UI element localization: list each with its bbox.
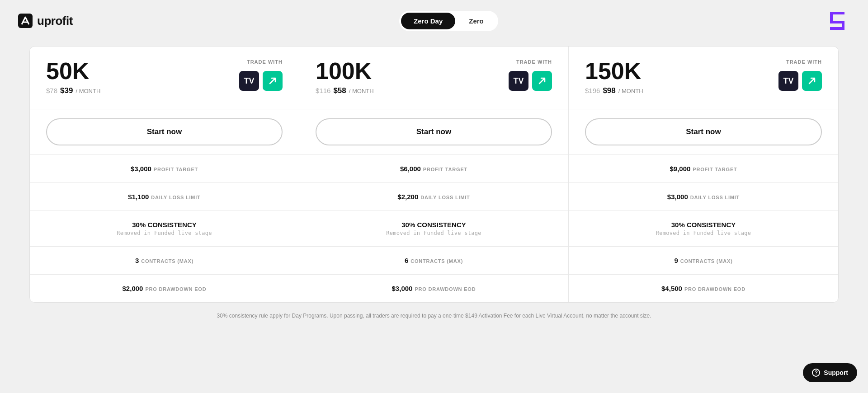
daily-loss-label-150k: DAILY LOSS LIMIT — [690, 195, 740, 200]
profit-target-value-150k: $9,000 — [670, 165, 690, 173]
tab-zero-day[interactable]: Zero Day — [401, 13, 455, 29]
contracts-cell-50k: 3 CONTRACTS (MAX) — [30, 247, 299, 274]
consistency-cell-150k: 30% CONSISTENCY Removed in Funded live s… — [569, 211, 838, 246]
contracts-label-100k: CONTRACTS (MAX) — [410, 258, 463, 264]
drawdown-cell-100k: $3,000 PRO DRAWDOWN EOD — [299, 275, 569, 302]
profit-target-value-100k: $6,000 — [400, 165, 421, 173]
drawdown-value-100k: $3,000 — [392, 285, 413, 292]
start-now-btn-100k[interactable]: Start now — [316, 118, 552, 145]
drawdown-label-100k: PRO DRAWDOWN EOD — [415, 286, 476, 292]
drawdown-row: $2,000 PRO DRAWDOWN EOD $3,000 PRO DRAWD… — [30, 275, 838, 302]
contracts-value-50k: 3 — [135, 257, 139, 264]
daily-loss-value-50k: $1,100 — [128, 193, 149, 201]
consistency-cell-100k: 30% CONSISTENCY Removed in Funded live s… — [299, 211, 569, 246]
start-now-btn-50k[interactable]: Start now — [46, 118, 283, 145]
contracts-label-50k: CONTRACTS (MAX) — [141, 258, 193, 264]
drawdown-cell-150k: $4,500 PRO DRAWDOWN EOD — [569, 275, 838, 302]
brand-name: uprofit — [37, 14, 73, 28]
price-period-150k: / MONTH — [618, 88, 643, 94]
daily-loss-value-150k: $3,000 — [667, 193, 688, 201]
plan-size-150k: 150K — [585, 59, 643, 83]
plan-header-100k: 100K $116 $58 / MONTH TRADE WITH TV — [299, 47, 569, 109]
tab-zero[interactable]: Zero — [456, 13, 496, 29]
drawdown-value-50k: $2,000 — [123, 285, 143, 292]
plan-btn-cell-100k: Start now — [299, 109, 569, 154]
contracts-value-100k: 6 — [405, 257, 408, 264]
main-content: 50K $78 $39 / MONTH TRADE WITH TV — [0, 42, 868, 307]
price-period-100k: / MONTH — [349, 88, 374, 94]
profit-target-label-50k: PROFIT TARGET — [154, 167, 198, 172]
consistency-sub-100k: Removed in Funded live stage — [386, 230, 481, 236]
support-label: Support — [824, 369, 848, 376]
plan-size-100k: 100K — [316, 59, 374, 83]
drawdown-value-150k: $4,500 — [661, 285, 682, 292]
plans-btn-row: Start now Start now Start now — [30, 109, 838, 155]
consistency-value-50k: 30% CONSISTENCY — [132, 221, 197, 229]
price-original-150k: $196 — [585, 87, 600, 94]
profit-target-cell-150k: $9,000 PROFIT TARGET — [569, 155, 838, 182]
price-period-50k: / MONTH — [75, 88, 100, 94]
corner-brand-icon — [825, 8, 850, 33]
support-circle-icon: ? — [812, 369, 820, 377]
trade-with-label-150k: TRADE WITH — [786, 59, 822, 65]
platform-green-100k — [532, 71, 552, 91]
plan-header-50k: 50K $78 $39 / MONTH TRADE WITH TV — [30, 47, 299, 109]
consistency-row: 30% CONSISTENCY Removed in Funded live s… — [30, 211, 838, 247]
daily-loss-cell-50k: $1,100 DAILY LOSS LIMIT — [30, 183, 299, 211]
header: uprofit Zero Day Zero — [0, 0, 868, 42]
platform-green-50k — [263, 71, 283, 91]
daily-loss-cell-150k: $3,000 DAILY LOSS LIMIT — [569, 183, 838, 211]
trade-with-label-50k: TRADE WITH — [247, 59, 283, 65]
drawdown-label-150k: PRO DRAWDOWN EOD — [684, 286, 745, 292]
plan-btn-cell-150k: Start now — [569, 109, 838, 154]
platform-tv-100k: TV — [509, 71, 528, 91]
drawdown-label-50k: PRO DRAWDOWN EOD — [145, 286, 206, 292]
daily-loss-label-50k: DAILY LOSS LIMIT — [151, 195, 200, 200]
trade-with-label-100k: TRADE WITH — [516, 59, 552, 65]
start-now-btn-150k[interactable]: Start now — [585, 118, 822, 145]
drawdown-cell-50k: $2,000 PRO DRAWDOWN EOD — [30, 275, 299, 302]
logo-icon — [18, 14, 33, 28]
profit-target-cell-100k: $6,000 PROFIT TARGET — [299, 155, 569, 182]
daily-loss-value-100k: $2,200 — [397, 193, 418, 201]
profit-target-row: $3,000 PROFIT TARGET $6,000 PROFIT TARGE… — [30, 155, 838, 183]
plan-size-50k: 50K — [46, 59, 100, 83]
plans-header-row: 50K $78 $39 / MONTH TRADE WITH TV — [30, 47, 838, 109]
platform-icons-100k: TV — [509, 71, 552, 91]
consistency-sub-50k: Removed in Funded live stage — [117, 230, 212, 236]
contracts-row: 3 CONTRACTS (MAX) 6 CONTRACTS (MAX) 9 CO… — [30, 247, 838, 275]
logo: uprofit — [18, 14, 73, 28]
daily-loss-row: $1,100 DAILY LOSS LIMIT $2,200 DAILY LOS… — [30, 183, 838, 211]
contracts-value-150k: 9 — [674, 257, 678, 264]
profit-target-cell-50k: $3,000 PROFIT TARGET — [30, 155, 299, 182]
profit-target-value-50k: $3,000 — [131, 165, 151, 173]
platform-icons-50k: TV — [239, 71, 283, 91]
consistency-cell-50k: 30% CONSISTENCY Removed in Funded live s… — [30, 211, 299, 246]
tab-switcher: Zero Day Zero — [399, 11, 498, 31]
profit-target-label-100k: PROFIT TARGET — [423, 167, 467, 172]
svg-rect-0 — [18, 14, 33, 28]
contracts-cell-150k: 9 CONTRACTS (MAX) — [569, 247, 838, 274]
consistency-value-100k: 30% CONSISTENCY — [401, 221, 466, 229]
daily-loss-label-100k: DAILY LOSS LIMIT — [420, 195, 470, 200]
price-current-100k: $58 — [333, 86, 346, 95]
platform-tv-150k: TV — [778, 71, 798, 91]
platform-tv-50k: TV — [239, 71, 259, 91]
price-original-50k: $78 — [46, 87, 57, 94]
daily-loss-cell-100k: $2,200 DAILY LOSS LIMIT — [299, 183, 569, 211]
price-current-50k: $39 — [60, 86, 73, 95]
consistency-value-150k: 30% CONSISTENCY — [671, 221, 736, 229]
contracts-cell-100k: 6 CONTRACTS (MAX) — [299, 247, 569, 274]
plan-btn-cell-50k: Start now — [30, 109, 299, 154]
price-current-150k: $98 — [603, 86, 615, 95]
contracts-label-150k: CONTRACTS (MAX) — [680, 258, 733, 264]
plan-header-150k: 150K $196 $98 / MONTH TRADE WITH TV — [569, 47, 838, 109]
platform-green-150k — [802, 71, 822, 91]
profit-target-label-150k: PROFIT TARGET — [693, 167, 737, 172]
consistency-sub-150k: Removed in Funded live stage — [656, 230, 751, 236]
platform-icons-150k: TV — [778, 71, 822, 91]
footer-note: 30% consistency rule apply for Day Progr… — [0, 307, 868, 324]
plans-table: 50K $78 $39 / MONTH TRADE WITH TV — [29, 46, 839, 303]
support-button[interactable]: ? Support — [803, 363, 857, 382]
price-original-100k: $116 — [316, 87, 330, 94]
